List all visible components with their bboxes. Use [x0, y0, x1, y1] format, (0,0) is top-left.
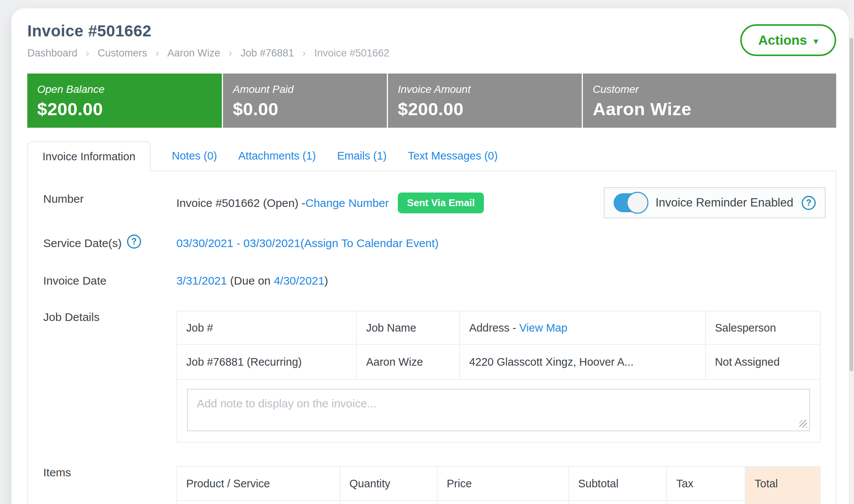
tab-text-messages[interactable]: Text Messages (0) — [408, 150, 498, 162]
actions-button[interactable]: Actions ▾ — [740, 24, 836, 56]
invoice-number-value: Invoice #501662 (Open) - — [176, 197, 305, 210]
job-table-header-row: Job # Job Name Address - View Map Salesp… — [177, 311, 820, 344]
invoice-amount-value: $200.00 — [398, 99, 582, 119]
job-details-row: Job Details Job # Job Name Address - Vie… — [43, 311, 835, 443]
job-details-table: Job # Job Name Address - View Map Salesp… — [176, 311, 821, 443]
total-header: Total — [745, 466, 820, 501]
page-title: Invoice #501662 — [27, 22, 389, 40]
product-service-header: Product / Service — [177, 466, 340, 501]
number-row: Number Invoice #501662 (Open) - Change N… — [43, 193, 835, 213]
item-tax-cell: $0.00 — [667, 501, 745, 504]
breadcrumb: Dashboard › Customers › Aaron Wize › Job… — [27, 47, 389, 59]
sent-via-email-badge: Sent Via Email — [398, 193, 484, 213]
service-dates-link[interactable]: 03/30/2021 - 03/30/2021 — [176, 237, 300, 250]
chevron-right-icon: › — [302, 47, 306, 59]
summary-bar: Open Balance $200.00 Amount Paid $0.00 I… — [27, 74, 836, 128]
breadcrumb-current-invoice: Invoice #501662 — [314, 47, 389, 59]
customer-card: Customer Aaron Wize — [582, 74, 836, 128]
invoice-information-panel: Number Invoice #501662 (Open) - Change N… — [27, 171, 836, 504]
service-dates-label: Service Date(s) — [43, 237, 122, 250]
breadcrumb-customers[interactable]: Customers — [97, 47, 147, 59]
item-total-cell: $200.00 — [745, 501, 820, 504]
tab-bar: Invoice Information Notes (0) Attachment… — [27, 141, 836, 171]
job-number-header: Job # — [177, 311, 356, 344]
help-icon[interactable]: ? — [802, 196, 816, 210]
address-header-text: Address - — [469, 322, 519, 334]
change-number-link[interactable]: Change Number — [305, 197, 389, 210]
job-name-header: Job Name — [356, 311, 460, 344]
actions-button-label: Actions — [758, 33, 807, 48]
service-dates-row: Service Date(s) ? 03/30/2021 - 03/30/202… — [43, 237, 835, 251]
invoice-card: Invoice #501662 Dashboard › Customers › … — [11, 8, 849, 504]
items-row: Items Product / Service Quantity Price S… — [43, 466, 835, 504]
items-table: Product / Service Quantity Price Subtota… — [176, 466, 821, 504]
invoice-note-input[interactable] — [187, 389, 810, 431]
tab-emails[interactable]: Emails (1) — [337, 150, 387, 162]
customer-label: Customer — [593, 83, 836, 95]
number-label: Number — [43, 193, 176, 205]
chevron-down-icon: ▾ — [814, 34, 818, 46]
job-address-cell: 4220 Glasscott Xingz, Hoover A... — [460, 344, 705, 379]
customer-value: Aaron Wize — [593, 99, 836, 119]
due-close-paren: ) — [324, 274, 328, 287]
invoice-reminder-box: Invoice Reminder Enabled ? — [604, 187, 826, 218]
quantity-header: Quantity — [340, 466, 437, 501]
amount-paid-label: Amount Paid — [233, 83, 387, 95]
page-scrollbar — [849, 0, 854, 504]
items-label: Items — [43, 466, 176, 479]
salesperson-header: Salesperson — [705, 311, 820, 344]
view-map-link[interactable]: View Map — [519, 322, 567, 334]
toggle-knob — [626, 192, 648, 214]
tab-notes[interactable]: Notes (0) — [172, 150, 217, 162]
job-details-label: Job Details — [43, 311, 176, 324]
invoice-note-row — [177, 379, 820, 442]
open-balance-label: Open Balance — [37, 83, 222, 95]
open-balance-value: $200.00 — [37, 99, 222, 119]
breadcrumb-dashboard[interactable]: Dashboard — [27, 47, 77, 59]
invoice-amount-label: Invoice Amount — [398, 83, 582, 95]
chevron-right-icon: › — [229, 47, 232, 59]
tab-invoice-information[interactable]: Invoice Information — [27, 141, 151, 171]
due-on-text: (Due on — [227, 274, 273, 287]
breadcrumb-customer-name[interactable]: Aaron Wize — [167, 47, 220, 59]
amount-paid-card: Amount Paid $0.00 — [222, 74, 387, 128]
item-quantity-cell: 1.00 — [340, 501, 437, 504]
tab-attachments[interactable]: Attachments (1) — [238, 150, 316, 162]
invoice-amount-card: Invoice Amount $200.00 — [387, 74, 582, 128]
items-header-row: Product / Service Quantity Price Subtota… — [177, 466, 820, 501]
assign-calendar-event-link[interactable]: (Assign To Calendar Event) — [300, 237, 439, 250]
item-row: Monthy Rate 1.00 $200.00 / Ea $200.00 $0… — [177, 501, 820, 504]
invoice-date-label: Invoice Date — [43, 274, 176, 287]
item-subtotal-cell: $200.00 — [569, 501, 667, 504]
amount-paid-value: $0.00 — [233, 99, 387, 119]
invoice-reminder-toggle[interactable] — [614, 193, 647, 212]
invoice-reminder-label: Invoice Reminder Enabled — [655, 196, 793, 210]
tax-header: Tax — [667, 466, 745, 501]
job-salesperson-cell: Not Assigned — [705, 344, 820, 379]
subtotal-header: Subtotal — [569, 466, 667, 501]
job-name-cell: Aaron Wize — [356, 344, 460, 379]
address-header: Address - View Map — [460, 311, 705, 344]
item-price-cell: $200.00 / Ea — [437, 501, 569, 504]
title-block: Invoice #501662 Dashboard › Customers › … — [27, 22, 389, 59]
price-header: Price — [437, 466, 569, 501]
open-balance-card: Open Balance $200.00 — [27, 74, 222, 128]
breadcrumb-job[interactable]: Job #76881 — [240, 47, 294, 59]
help-icon[interactable]: ? — [127, 235, 141, 249]
job-table-row: Job #76881 (Recurring) Aaron Wize 4220 G… — [177, 344, 820, 379]
chevron-right-icon: › — [86, 47, 89, 59]
page-header: Invoice #501662 Dashboard › Customers › … — [27, 22, 836, 59]
invoice-date-link[interactable]: 3/31/2021 — [176, 274, 227, 287]
chevron-right-icon: › — [155, 47, 159, 59]
due-date-link[interactable]: 4/30/2021 — [274, 274, 324, 287]
invoice-date-row: Invoice Date 3/31/2021 (Due on 4/30/2021… — [43, 274, 835, 287]
scrollbar-thumb[interactable] — [849, 38, 853, 371]
job-number-cell: Job #76881 (Recurring) — [177, 344, 356, 379]
